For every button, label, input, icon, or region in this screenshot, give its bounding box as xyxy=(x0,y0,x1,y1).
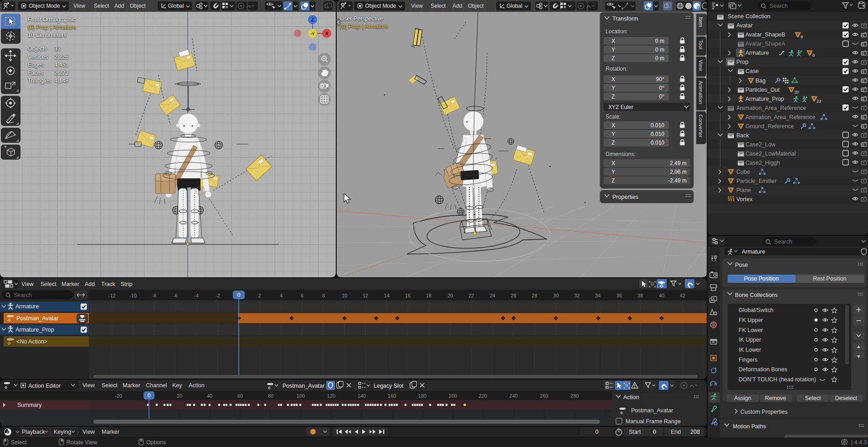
svg-text:Armature: Armature xyxy=(745,50,769,56)
svg-text:38: 38 xyxy=(637,293,643,298)
svg-text:Legacy Slot: Legacy Slot xyxy=(374,383,404,389)
svg-text:120: 120 xyxy=(327,393,335,399)
svg-text:Marker: Marker xyxy=(62,281,79,287)
svg-text:Motion Paths: Motion Paths xyxy=(733,423,766,430)
svg-text:28: 28 xyxy=(532,293,537,298)
svg-text:View: View xyxy=(82,382,95,389)
svg-text:20: 20 xyxy=(177,393,182,399)
svg-text:Options: Options xyxy=(146,439,166,446)
svg-text:0.010: 0.010 xyxy=(651,140,664,146)
svg-text:0 m: 0 m xyxy=(655,55,664,62)
svg-text:Transform: Transform xyxy=(612,16,638,22)
svg-text:Avatar_ShapeA: Avatar_ShapeA xyxy=(745,41,786,47)
svg-text:0: 0 xyxy=(148,392,151,399)
svg-text:Z: Z xyxy=(611,177,615,184)
svg-text:30: 30 xyxy=(553,293,559,298)
svg-text:Postman_Avatar: Postman_Avatar xyxy=(16,315,58,322)
svg-text:Animation_Area_Reference: Animation_Area_Reference xyxy=(745,114,816,120)
svg-text:Playback: Playback xyxy=(22,429,45,435)
svg-text:Select: Select xyxy=(102,382,118,389)
svg-text:0.010: 0.010 xyxy=(651,131,664,137)
svg-text:0°: 0° xyxy=(659,94,665,100)
svg-text:0: 0 xyxy=(237,292,241,298)
svg-text:8: 8 xyxy=(801,34,803,39)
svg-text:0 m: 0 m xyxy=(655,38,664,44)
svg-text:Z: Z xyxy=(611,140,615,146)
svg-text:Bag: Bag xyxy=(755,78,765,84)
svg-text:Pose: Pose xyxy=(735,262,748,268)
svg-text:-12: -12 xyxy=(108,293,116,298)
svg-text:60: 60 xyxy=(237,393,243,399)
svg-text:Select: Select xyxy=(41,281,56,287)
svg-text:Marker: Marker xyxy=(123,382,140,389)
svg-text:Pose Position: Pose Position xyxy=(744,275,779,282)
svg-text:Custom Properties: Custom Properties xyxy=(740,409,788,415)
svg-text:Add: Add xyxy=(85,281,95,287)
svg-text:Back: Back xyxy=(736,132,750,139)
svg-text:10: 10 xyxy=(342,293,347,298)
svg-text:Z: Z xyxy=(611,94,615,100)
svg-text:Case2_Higgh: Case2_Higgh xyxy=(745,160,780,166)
svg-text:| 4.4.3: | 4.4.3 xyxy=(851,439,867,446)
svg-text:Plane: Plane xyxy=(736,187,751,193)
svg-text:0.010: 0.010 xyxy=(651,122,664,129)
svg-text:Z: Z xyxy=(311,17,314,22)
svg-text:Remove: Remove xyxy=(765,395,786,401)
svg-text:X: X xyxy=(611,76,615,83)
svg-text:-6: -6 xyxy=(173,293,178,298)
svg-text:12: 12 xyxy=(363,293,368,298)
svg-text:Summary: Summary xyxy=(17,402,42,408)
svg-text:Keying: Keying xyxy=(54,429,71,435)
svg-text:Y: Y xyxy=(611,47,615,53)
svg-text:260: 260 xyxy=(540,393,548,399)
svg-text:240: 240 xyxy=(509,393,518,399)
svg-text:80: 80 xyxy=(268,393,273,399)
svg-text:Case: Case xyxy=(745,68,759,74)
svg-text:Action: Action xyxy=(189,382,205,389)
svg-text:Armature: Armature xyxy=(742,249,765,255)
svg-text:24: 24 xyxy=(490,293,495,298)
svg-text:4: 4 xyxy=(280,293,282,298)
svg-text:Cube: Cube xyxy=(736,169,750,175)
svg-text:X: X xyxy=(611,122,615,129)
svg-text:IK Lower: IK Lower xyxy=(739,347,761,353)
svg-text:X: X xyxy=(611,38,615,44)
svg-text:Avatar_ShapeB: Avatar_ShapeB xyxy=(745,31,785,38)
svg-text:XYZ Euler: XYZ Euler xyxy=(608,104,633,110)
svg-text:42: 42 xyxy=(680,293,685,298)
svg-text:Manual Frame Range: Manual Frame Range xyxy=(626,418,681,425)
svg-text:32: 32 xyxy=(574,293,580,298)
svg-text:Track: Track xyxy=(101,281,116,287)
svg-text:Avatar: Avatar xyxy=(736,22,753,29)
svg-text:20: 20 xyxy=(794,89,799,94)
svg-text:Case2_LowMaterial: Case2_LowMaterial xyxy=(745,151,796,157)
svg-text:-20: -20 xyxy=(115,393,122,399)
svg-text:Rotation:: Rotation: xyxy=(606,66,627,72)
svg-text:-Y: -Y xyxy=(311,31,315,36)
svg-text:Properties: Properties xyxy=(612,194,638,200)
svg-text:140: 140 xyxy=(358,393,366,399)
svg-text:Y: Y xyxy=(611,169,615,175)
svg-text:X: X xyxy=(611,160,615,166)
svg-text:Global/Switch: Global/Switch xyxy=(739,307,773,313)
svg-text:Search: Search xyxy=(770,3,788,9)
svg-text:Z: Z xyxy=(611,55,615,62)
svg-text:160: 160 xyxy=(388,393,396,399)
svg-text:Fingers: Fingers xyxy=(739,357,758,363)
svg-text:0°: 0° xyxy=(659,85,665,91)
svg-text:22: 22 xyxy=(817,99,822,104)
svg-text:280: 280 xyxy=(570,393,579,399)
svg-text:Scale:: Scale: xyxy=(606,114,621,120)
svg-text:Search: Search xyxy=(14,292,32,298)
svg-text:34: 34 xyxy=(595,293,601,298)
svg-text:2.49 m: 2.49 m xyxy=(670,160,687,166)
svg-text:-4: -4 xyxy=(194,293,199,298)
svg-text:2: 2 xyxy=(258,293,261,298)
svg-text:8: 8 xyxy=(322,293,325,298)
svg-text:Rest Position: Rest Position xyxy=(813,275,847,282)
svg-text:-10: -10 xyxy=(129,293,137,298)
svg-text:36: 36 xyxy=(616,293,622,298)
svg-text:Action: Action xyxy=(623,394,639,400)
svg-text:View: View xyxy=(82,429,95,435)
svg-text:-2.49 m: -2.49 m xyxy=(668,177,687,184)
